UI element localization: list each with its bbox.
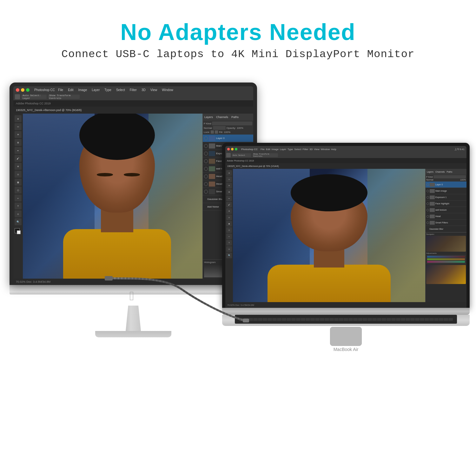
mb-tool-dodge-icon[interactable]: ◯ <box>226 227 232 233</box>
layer-item-0[interactable]: Layer 0 <box>203 135 253 142</box>
mb-menu-layer[interactable]: Layer <box>280 148 286 151</box>
mb-layer-gaussian[interactable]: Gaussian Blur <box>426 226 466 232</box>
mb-layer-5[interactable]: Head <box>426 213 466 220</box>
mb-eye-icon[interactable] <box>426 196 429 199</box>
auto-select[interactable]: Auto Select: Layer <box>21 95 47 99</box>
imac-menu-edit[interactable]: Edit <box>68 88 73 92</box>
mb-show-transform[interactable]: Show Transform Controls <box>253 153 278 157</box>
key[interactable] <box>239 318 243 321</box>
key[interactable] <box>439 318 443 321</box>
mb-menu-image[interactable]: Image <box>272 148 279 151</box>
mb-tool-select-icon[interactable]: ▭ <box>226 176 232 182</box>
mb-tool-text-icon[interactable]: T <box>226 240 232 246</box>
mb-tool-shape-icon[interactable]: ◻ <box>226 246 232 252</box>
mb-tool-eye-icon[interactable]: ✒ <box>226 195 232 201</box>
key[interactable] <box>329 318 334 321</box>
macbook-trackpad[interactable] <box>330 327 362 346</box>
tool-select-icon[interactable] <box>15 94 20 99</box>
key[interactable] <box>258 318 262 321</box>
key[interactable] <box>272 318 277 321</box>
key[interactable] <box>315 318 320 321</box>
select-tool-icon[interactable]: ▭ <box>15 123 22 130</box>
key[interactable] <box>320 318 324 321</box>
key[interactable] <box>415 318 420 321</box>
clone-tool-icon[interactable]: ⊕ <box>15 163 22 170</box>
key[interactable] <box>291 318 296 321</box>
layers-tab[interactable]: Layers <box>204 116 213 119</box>
mb-menu-type[interactable]: Type <box>288 148 293 151</box>
key[interactable] <box>325 318 329 321</box>
mb-menu-filter[interactable]: Filter <box>303 148 308 151</box>
mb-kind-dropdown[interactable] <box>433 175 466 178</box>
lasso-tool-icon[interactable]: ⌘ <box>15 131 22 138</box>
key[interactable] <box>339 318 343 321</box>
key[interactable] <box>391 318 396 321</box>
mb-eye-icon[interactable] <box>426 209 429 211</box>
eraser-tool-icon[interactable]: ◻ <box>15 171 22 178</box>
key[interactable] <box>296 318 301 321</box>
key[interactable] <box>382 318 386 321</box>
dodge-tool-icon[interactable]: ◯ <box>15 187 22 194</box>
eyedropper-tool-icon[interactable]: ✒ <box>15 147 22 154</box>
key[interactable] <box>377 318 381 321</box>
mb-menu-window[interactable]: Window <box>321 148 330 151</box>
mb-menu-edit[interactable]: Edit <box>266 148 270 151</box>
mb-paths-tab[interactable]: Paths <box>447 171 453 173</box>
key[interactable] <box>253 318 258 321</box>
imac-menu-window[interactable]: Window <box>162 88 173 92</box>
key[interactable] <box>277 318 281 321</box>
key[interactable] <box>353 318 358 321</box>
key[interactable] <box>367 318 372 321</box>
layer-visibility-icon[interactable] <box>204 136 208 140</box>
mb-menu-select[interactable]: Select <box>294 148 301 151</box>
mb-channels-tab[interactable]: Channels <box>435 171 445 173</box>
key[interactable] <box>387 318 391 321</box>
mb-eye-icon[interactable] <box>426 202 429 205</box>
key[interactable] <box>244 318 248 321</box>
key[interactable] <box>448 318 453 321</box>
layer-visibility-icon[interactable] <box>204 190 208 194</box>
layer-visibility-icon[interactable] <box>204 167 208 171</box>
blend-mode[interactable] <box>213 126 226 130</box>
layer-visibility-icon[interactable] <box>204 144 208 148</box>
paths-tab[interactable]: Paths <box>231 116 239 119</box>
imac-menu-layer[interactable]: Layer <box>92 88 100 92</box>
mb-menu-help[interactable]: Help <box>331 148 336 151</box>
show-transform[interactable]: Show Transform Controls <box>48 95 80 99</box>
maximize-button-icon[interactable] <box>26 88 30 92</box>
pen-tool-icon[interactable]: ✏ <box>15 195 22 202</box>
key[interactable] <box>348 318 353 321</box>
key[interactable] <box>358 318 362 321</box>
mb-layer-4[interactable]: well texture <box>426 207 466 213</box>
lock-move-icon[interactable] <box>215 130 218 134</box>
lock-icon[interactable] <box>211 130 214 134</box>
mb-tool-brush-icon[interactable]: 🖌 <box>226 202 232 208</box>
mb-layer-3[interactable]: Face highlight <box>426 201 466 207</box>
channels-tab[interactable]: Channels <box>216 116 228 119</box>
mb-tool-move-icon[interactable]: ✥ <box>226 170 232 176</box>
layer-visibility-icon[interactable] <box>204 182 208 186</box>
layer-visibility-icon[interactable] <box>204 175 208 178</box>
move-tool-icon[interactable]: ✥ <box>15 115 22 122</box>
minimize-button-icon[interactable] <box>21 88 24 92</box>
mb-menu-view[interactable]: View <box>314 148 320 151</box>
mb-tool-pen-icon[interactable]: ✏ <box>226 234 232 239</box>
key[interactable] <box>310 318 315 321</box>
key[interactable] <box>301 318 305 321</box>
imac-menu-type[interactable]: Type <box>104 88 111 92</box>
key[interactable] <box>434 318 439 321</box>
foreground-background-icon[interactable] <box>15 228 22 235</box>
mb-tool-crop-icon[interactable]: ⊞ <box>226 189 232 195</box>
key[interactable] <box>282 318 286 321</box>
mb-layer-1[interactable]: Main image <box>426 188 466 194</box>
key[interactable] <box>263 318 267 321</box>
mb-maximize-icon[interactable] <box>235 148 237 150</box>
key[interactable] <box>410 318 415 321</box>
key[interactable] <box>248 318 253 321</box>
mb-menu-file[interactable]: File <box>261 148 265 151</box>
mb-eye-icon[interactable] <box>426 190 429 192</box>
layer-visibility-icon[interactable] <box>204 159 208 163</box>
key[interactable] <box>334 318 339 321</box>
mb-eye-icon[interactable] <box>426 215 429 218</box>
imac-menu-filter[interactable]: Filter <box>130 88 137 92</box>
